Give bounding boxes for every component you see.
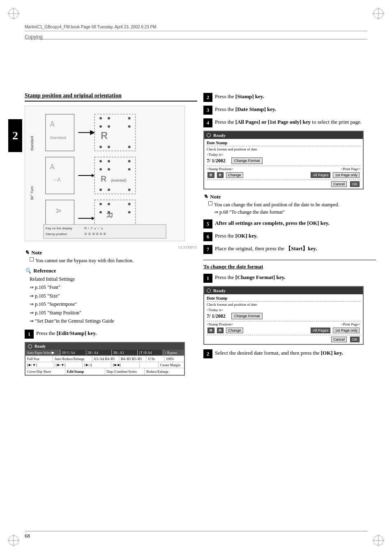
screen-1-change-format-btn[interactable]: Change Format [231,157,263,164]
svg-point-55 [128,203,131,205]
bottom-rule [25,531,367,531]
step-7-text: Place the original, then press the 【Star… [215,245,317,253]
left-column: Stamp position and original orientation … [25,43,197,379]
bsm-icon4[interactable]: [■-■] [111,362,140,368]
reg-mark-tr [372,7,385,20]
screen-1-cancel-btn[interactable]: Cancel [331,181,347,187]
bsm-fullsize[interactable]: Full Size [25,356,53,362]
screen-2-title: Ready [204,287,363,294]
svg-point-37 [99,160,102,162]
screen-1-all-pages-btn[interactable]: All Pages [311,172,330,178]
bsm-1t[interactable]: 1T↑B A4 [138,350,164,355]
screen-1-first-page-btn[interactable]: 1st Page only [333,172,360,178]
screen-2-first-page-btn[interactable]: 1st Page only [333,328,360,333]
header-file-text: MartiniC1_GBcopy4_FM.book Page 68 Tuesda… [25,25,157,29]
screen-1-stamp-label: Date Stamp [207,141,360,145]
screen-2-position-row: <Stamp Position> <Print Page> [207,322,360,326]
bsm-bypass[interactable]: ↑ Bypass [163,350,184,355]
screen-2-cancel-btn[interactable]: Cancel [331,337,347,342]
screen-2-ok-btn[interactable]: OK [350,337,360,342]
step-5: 5 After all settings are complete, press… [203,219,376,229]
bsm-100[interactable]: 100% [164,356,184,362]
step-2-num: 2 [203,93,212,102]
stamp-diagram: Standard 90° Turn A Standard R A [25,106,185,241]
screen-2-change-btn[interactable]: Change [226,328,243,333]
note-2-checkbox [208,201,212,205]
svg-point-56 [99,211,102,213]
bsm-cover[interactable]: Cover/Slip Sheet [25,368,65,375]
bsm-row-3: [■+▼] [■+▼] [■-□] [■-■] Create Margin [25,362,184,368]
screen-2-stamp-label: Date Stamp [207,296,360,300]
bsm-b4b5[interactable]: B4+B5 B5+B5 [119,356,146,362]
step-3-num: 3 [203,106,212,115]
svg-text:(inverted): (inverted) [111,178,127,182]
step-6-num: 6 [203,232,212,241]
reg-mark-tl [7,7,20,20]
screen-1-ready-dot [207,133,211,137]
screen-1-change-btn[interactable]: Change [226,172,243,178]
bsm-auto-paper[interactable]: Auto Paper Select▶ [25,350,60,355]
step-1-num: 1 [25,330,34,339]
step-a2-text: Select the desired date format, and then… [215,349,343,357]
reg-mark-bl [7,534,20,547]
big-screen-mock: Ready Auto Paper Select▶ 1B↑U A4 2B↑ A4 … [25,342,185,376]
screen-2-controls: R R Change All Pages 1st Page only [207,328,360,333]
bsm-reduce[interactable]: Reduce/Enlarge [145,368,184,375]
svg-point-38 [108,160,110,162]
bsm-dup[interactable]: Dup./Combine/Series [105,368,145,375]
svg-text:A: A [50,163,55,171]
step-3: 3 Press the [Date Stamp] key. [203,105,376,115]
screen-2-r1-btn[interactable]: R [208,328,214,333]
svg-point-58 [128,211,131,213]
svg-point-40 [99,168,102,171]
screen-2-all-pages-btn[interactable]: All Pages [311,328,330,333]
svg-point-26 [99,145,102,148]
svg-point-23 [99,125,102,128]
diagram-caption: GCSTMP7E [25,245,197,249]
svg-point-25 [128,125,131,128]
screen-2-change-format-btn[interactable]: Change Format [231,313,263,319]
note-box-right: ✎ Note You can change the font and posit… [203,194,376,216]
screen-1-title: Ready [204,132,363,139]
bsm-icon3[interactable]: [■-□] [83,362,111,368]
svg-point-42 [128,168,131,171]
bsm-icon5[interactable] [140,362,158,368]
screen-2-body: Date Stamp Check format and position of … [204,294,363,344]
bsm-a3a4[interactable]: A3+A4 R4+R5 [92,356,119,362]
screen-2-action-row: Cancel OK [207,337,360,342]
svg-point-44 [108,189,110,191]
bsm-3b[interactable]: 3B↓ A3 [112,350,138,355]
svg-point-22 [128,117,131,120]
bsm-icon1[interactable]: [■+▼] [25,362,54,368]
bsm-auto-reduce[interactable]: Auto Reduce/Enlarge [53,356,92,362]
screen-1-r1-btn[interactable]: R [208,172,214,178]
step-1-text: Press the [Edit/Stamp] key. [36,329,97,337]
svg-point-39 [128,160,131,162]
svg-point-54 [108,203,110,205]
bsm-row-2: Full Size Auto Reduce/Enlarge A3+A4 R4+R… [25,356,184,362]
screen-1-ok-btn[interactable]: OK [350,181,360,187]
bsm-edit-stamp[interactable]: Edit/Stamp [65,368,105,375]
svg-text:Stamp position: Stamp position [46,232,67,236]
svg-point-24 [108,125,110,128]
svg-text:①  ②  ③  ④  ⑤  ⑥: ① ② ③ ④ ⑤ ⑥ [84,232,106,236]
svg-text:⌐A: ⌐A [54,176,61,183]
ready-dot [28,344,32,349]
step-7-num: 7 [203,245,212,254]
screen-1-r2-btn[interactable]: R [217,172,224,178]
screen-1-action-row: Cancel OK [207,181,360,187]
screen-2-date: 7/ 1/2002 [207,313,226,319]
bsm-icon2[interactable]: [■+▼] [54,362,83,368]
bsm-2b[interactable]: 2B↑ A4 [86,350,112,355]
step-1: 1 Press the [Edit/Stamp] key. [25,329,197,339]
bsm-09x[interactable]: O 9x [146,356,164,362]
screen-1-date-row: 7/ 1/2002 Change Format [207,157,360,164]
note-title-left: ✎ Note [25,249,197,256]
screen-mock-2: Ready Date Stamp Check format and positi… [203,286,364,345]
bsm-create-margin[interactable]: Create Margin [159,362,184,368]
screen-2-r2-btn[interactable]: R [217,328,224,333]
bsm-1b[interactable]: 1B↑U A4 [60,350,86,355]
svg-text:A: A [50,120,55,128]
svg-text:R: R [101,130,108,141]
svg-text:R: R [101,174,106,183]
